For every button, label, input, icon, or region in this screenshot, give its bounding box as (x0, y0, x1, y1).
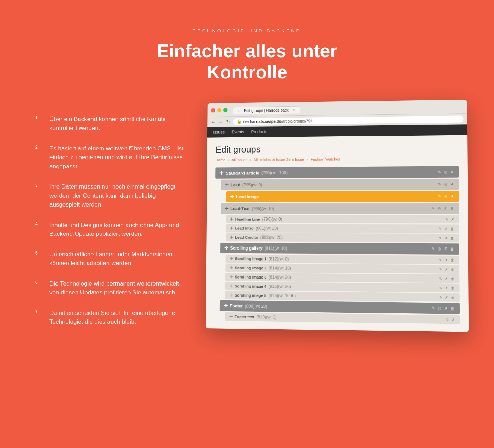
remove-icon[interactable]: ✗ (444, 246, 447, 251)
delete-icon[interactable]: 🗑 (450, 247, 454, 251)
drag-icon[interactable]: ✛ (219, 170, 224, 176)
edit-icon[interactable]: ✎ (439, 236, 442, 240)
drag-icon[interactable]: ✛ (230, 265, 233, 270)
group-label: ✛ Lead Intro (801)(w: 10) (230, 226, 278, 231)
edit-icon[interactable]: ✎ (446, 317, 449, 321)
delete-icon[interactable]: 🗑 (451, 295, 454, 299)
left-list: 1 Über ein Backend können sämtliche Kanä… (35, 108, 183, 338)
delete-icon[interactable]: 🗑 (451, 258, 454, 262)
delete-icon[interactable]: 🗑 (451, 227, 454, 231)
group-name: Scrolling image 3 (235, 275, 266, 279)
group-label: ✛ Lead (795)(w: 0) (225, 182, 262, 187)
drag-icon[interactable]: ✛ (224, 303, 228, 308)
remove-icon[interactable]: ✗ (444, 206, 447, 210)
address-box[interactable]: 🔒 dev.harrods.swipe.de/article/groups/79… (233, 115, 464, 125)
breadcrumb-home[interactable]: Home (216, 157, 225, 162)
delete-icon[interactable]: 🗑 (451, 276, 454, 280)
content-area: 1 Über ein Backend können sämtliche Kanä… (0, 97, 494, 352)
nav-events[interactable]: Events (231, 130, 244, 135)
remove-icon[interactable]: ✗ (451, 217, 454, 221)
group-actions: ✎ ◎ ✗ 🗑 (431, 306, 455, 311)
remove-icon[interactable]: ✗ (451, 194, 454, 198)
drag-icon[interactable]: ✛ (225, 182, 229, 187)
remove-icon[interactable]: ✗ (451, 181, 454, 186)
traffic-light-green[interactable] (223, 108, 228, 112)
drag-icon[interactable]: ✛ (225, 206, 229, 211)
delete-icon[interactable]: 🗑 (450, 206, 454, 210)
title-line1: Einfacher alles unter (157, 41, 337, 61)
group-name: Lead (231, 182, 240, 187)
remove-icon[interactable]: ✗ (445, 258, 448, 262)
settings-icon[interactable]: ◎ (438, 246, 441, 251)
remove-icon[interactable]: ✗ (444, 306, 447, 310)
edit-icon[interactable]: ✎ (439, 258, 442, 262)
settings-icon[interactable]: ◎ (444, 194, 448, 198)
group-actions: ✎ ✗ 🗑 (438, 236, 455, 240)
tab-close-button[interactable]: ✕ (292, 108, 295, 112)
remove-icon[interactable]: ✗ (445, 267, 448, 271)
list-item: 3 Ihre Daten müssen nur noch einmal eing… (35, 182, 183, 209)
traffic-light-yellow[interactable] (217, 108, 222, 112)
delete-icon[interactable]: 🗑 (451, 306, 454, 310)
edit-icon[interactable]: ✎ (439, 267, 442, 271)
drag-icon[interactable]: ✛ (230, 226, 233, 231)
settings-icon[interactable]: ◎ (438, 306, 441, 310)
edit-icon[interactable]: ✎ (438, 194, 441, 198)
edit-icon[interactable]: ✎ (438, 182, 441, 186)
remove-icon[interactable]: ✗ (452, 317, 454, 321)
edit-icon[interactable]: ✎ (438, 169, 441, 174)
drag-icon[interactable]: ✛ (229, 293, 233, 297)
edit-icon[interactable]: ✎ (445, 217, 448, 221)
delete-icon[interactable]: 🗑 (451, 286, 454, 290)
group-name: Lead Intro (235, 226, 253, 230)
settings-icon[interactable]: ◎ (437, 206, 441, 210)
remove-icon[interactable]: ✗ (445, 295, 448, 299)
drag-icon[interactable]: ✛ (230, 217, 233, 221)
list-number-1: 1 (35, 115, 41, 120)
remove-icon[interactable]: ✗ (445, 286, 448, 290)
group-actions: ✎ ✗ 🗑 (438, 227, 455, 231)
list-item: 2 Es basiert auf einem weltweit führende… (35, 144, 183, 171)
settings-icon[interactable]: ◎ (444, 182, 447, 186)
breadcrumb: Home » All issues » All articles of issu… (216, 156, 459, 162)
edit-icon[interactable]: ✎ (439, 286, 442, 289)
remove-icon[interactable]: ✗ (451, 169, 454, 174)
edit-icon[interactable]: ✎ (439, 295, 442, 299)
remove-icon[interactable]: ✗ (445, 227, 447, 231)
delete-icon[interactable]: 🗑 (451, 236, 454, 240)
drag-icon[interactable]: ✛ (230, 235, 233, 239)
breadcrumb-articles[interactable]: All articles of issue Zero Issue (253, 157, 304, 162)
browser-tab[interactable]: 📄 Edit groups | Harrods back ✕ (233, 106, 300, 114)
settings-icon[interactable]: ◎ (444, 169, 447, 174)
edit-icon[interactable]: ✎ (432, 306, 435, 310)
breadcrumb-section[interactable]: Fashion Watches (311, 157, 340, 161)
edit-icon[interactable]: ✎ (432, 246, 435, 251)
back-button[interactable]: ← (211, 119, 216, 125)
list-item: 7 Damit entscheiden Sie sich für eine üb… (35, 309, 183, 327)
group-meta: (795)(w: -100) (261, 170, 288, 175)
breadcrumb-all-issues[interactable]: All issues (231, 157, 247, 162)
drag-icon[interactable]: ✛ (230, 283, 233, 288)
traffic-light-red[interactable] (211, 108, 215, 112)
edit-icon[interactable]: ✎ (439, 276, 442, 280)
browser-tabs: 📄 Edit groups | Harrods back ✕ (233, 106, 300, 114)
remove-icon[interactable]: ✗ (445, 236, 447, 240)
drag-icon[interactable]: ✛ (230, 256, 233, 261)
nav-products[interactable]: Products (251, 129, 267, 134)
forward-button[interactable]: → (218, 119, 223, 125)
drag-icon[interactable]: ✛ (230, 194, 234, 199)
remove-icon[interactable]: ✗ (445, 276, 448, 280)
group-name: Lead image (236, 194, 259, 199)
edit-icon[interactable]: ✎ (431, 206, 434, 210)
groups-list: ✛ Standard article (795)(w: -100) ✎ ◎ ✗ (214, 166, 460, 324)
group-label: ✛ Lead-Text (795)(w: 10) (225, 206, 274, 211)
list-text-7: Damit entscheiden Sie sich für eine über… (49, 309, 183, 327)
delete-icon[interactable]: 🗑 (451, 267, 454, 271)
drag-icon[interactable]: ✛ (224, 245, 228, 251)
nav-issues[interactable]: Issues (213, 130, 225, 135)
drag-icon[interactable]: ✛ (230, 274, 233, 279)
edit-icon[interactable]: ✎ (439, 227, 442, 231)
group-row-scrolling-gallery: ✛ Scrolling gallery (811)(w: 10) ✎ ◎ ✗ 🗑 (220, 243, 459, 255)
reload-button[interactable]: ↻ (226, 119, 230, 124)
drag-icon[interactable]: ✛ (229, 314, 233, 319)
